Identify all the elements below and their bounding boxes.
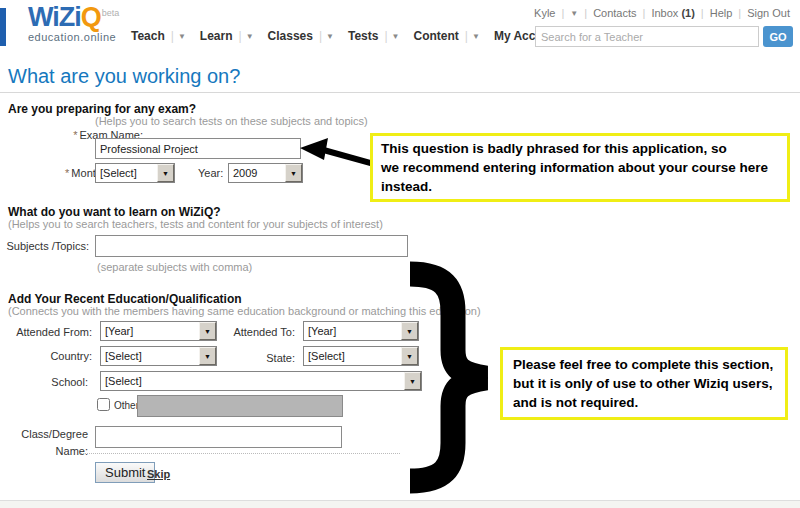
page-title: What are you working on? (8, 65, 240, 88)
divider: | (701, 7, 704, 19)
logo-beta-tag: beta (102, 8, 120, 18)
dropdown-arrow-icon[interactable]: ▼ (199, 347, 216, 365)
curly-brace-icon (402, 260, 497, 495)
exam-section-heading: Are you preparing for any exam? (8, 102, 196, 116)
header: WiZiQbeta education.online Kyle | ▼ | Co… (0, 0, 800, 58)
subjects-topics-input[interactable] (95, 235, 408, 257)
subjects-hint: (separate subjects with comma) (97, 261, 252, 273)
learn-section-hint: (Helps you to search teachers, tests and… (8, 218, 383, 230)
chevron-down-icon[interactable]: ▼ (326, 32, 334, 41)
divider: | (319, 29, 322, 43)
inbox-label: Inbox (651, 7, 678, 19)
year-select-value: 2009 (229, 164, 285, 182)
inbox-link[interactable]: Inbox (1) (651, 7, 694, 19)
logo-tagline: education.online (28, 31, 119, 43)
divider: | (738, 7, 741, 19)
school-label: School: (0, 376, 88, 388)
logo-text-blue: WiZi (28, 2, 81, 32)
class-degree-input[interactable] (95, 426, 342, 448)
user-menu-chevron-down-icon[interactable]: ▼ (570, 9, 578, 18)
exam-annotation-note: This question is badly phrased for this … (370, 133, 790, 202)
annotation-arrow-icon (298, 136, 378, 174)
contacts-link[interactable]: Contacts (593, 7, 636, 19)
other-school-checkbox[interactable] (97, 398, 110, 411)
year-label: Year: (198, 167, 223, 179)
attended-to-label: Attended To: (230, 326, 295, 338)
country-value: [Select] (101, 347, 199, 365)
class-degree-label: Class/Degree Name: (8, 426, 88, 459)
skip-link[interactable]: Skip (147, 468, 170, 480)
logo-wordmark: WiZiQbeta (28, 4, 119, 31)
nav-label: Teach (127, 29, 169, 43)
nav-item-content[interactable]: Content|▼ (410, 29, 490, 43)
state-value: [Select] (304, 347, 401, 365)
education-annotation-note: Please feel free to complete this sectio… (500, 347, 788, 420)
required-asterisk: * (65, 167, 69, 179)
month-label: *Month: (8, 167, 105, 179)
user-utility-bar: Kyle | ▼ | Contacts | Inbox (1) | Help |… (534, 7, 790, 19)
main-nav: Teach|▼ Learn|▼ Classes|▼ Tests|▼ Conten… (127, 29, 593, 43)
state-label: State: (230, 352, 295, 364)
left-edge-accent (0, 8, 6, 46)
nav-label: Learn (196, 29, 237, 43)
search-go-button[interactable]: GO (763, 26, 793, 47)
chevron-down-icon[interactable]: ▼ (392, 32, 400, 41)
chevron-down-icon[interactable]: ▼ (472, 32, 480, 41)
nav-label: Classes (264, 29, 317, 43)
divider (81, 453, 400, 454)
learn-section-heading: What do you want to learn on WiZiQ? (8, 205, 221, 219)
education-section-heading: Add Your Recent Education/Qualification (8, 292, 242, 306)
sign-out-link[interactable]: Sign Out (747, 7, 790, 19)
teacher-search-input[interactable] (535, 26, 759, 47)
dropdown-arrow-icon[interactable]: ▼ (157, 164, 174, 182)
divider: | (584, 7, 587, 19)
divider (0, 92, 800, 93)
logo[interactable]: WiZiQbeta education.online (28, 4, 119, 43)
nav-item-learn[interactable]: Learn|▼ (196, 29, 264, 43)
inbox-count-badge: (1) (681, 7, 694, 19)
nav-label: Content (410, 29, 463, 43)
chevron-down-icon[interactable]: ▼ (178, 32, 186, 41)
help-link[interactable]: Help (710, 7, 733, 19)
footer-strip (0, 500, 800, 508)
exam-name-input[interactable] (95, 138, 301, 159)
year-select[interactable]: 2009 ▼ (228, 163, 303, 183)
month-select-value: [Select] (96, 164, 157, 182)
country-label: Country: (0, 350, 92, 362)
nav-item-tests[interactable]: Tests|▼ (344, 29, 410, 43)
nav-label: Tests (344, 29, 382, 43)
other-school-input-disabled (137, 395, 343, 417)
divider: | (465, 29, 468, 43)
other-label: Other (114, 400, 139, 411)
divider: | (239, 29, 242, 43)
divider: | (171, 29, 174, 43)
exam-section-hint: (Helps you to search tests on these subj… (95, 115, 368, 127)
country-select[interactable]: [Select] ▼ (100, 346, 217, 366)
month-select[interactable]: [Select] ▼ (95, 163, 175, 183)
dropdown-arrow-icon[interactable]: ▼ (199, 322, 216, 340)
logo-text-orange: Q (81, 2, 101, 32)
school-value: [Select] (101, 372, 404, 390)
divider: | (384, 29, 387, 43)
divider: | (561, 7, 564, 19)
page: WiZiQbeta education.online Kyle | ▼ | Co… (0, 0, 800, 508)
nav-item-teach[interactable]: Teach|▼ (127, 29, 196, 43)
attended-from-select[interactable]: [Year] ▼ (100, 321, 217, 341)
chevron-down-icon[interactable]: ▼ (246, 32, 254, 41)
divider: | (643, 7, 646, 19)
attended-from-label: Attended From: (0, 326, 92, 338)
required-asterisk: * (73, 129, 77, 141)
nav-item-classes[interactable]: Classes|▼ (264, 29, 344, 43)
subjects-topics-label: Subjects /Topics: (0, 240, 89, 252)
attended-to-value: [Year] (304, 322, 401, 340)
school-select[interactable]: [Select] ▼ (100, 371, 422, 391)
attended-from-value: [Year] (101, 322, 199, 340)
user-name-link[interactable]: Kyle (534, 7, 555, 19)
